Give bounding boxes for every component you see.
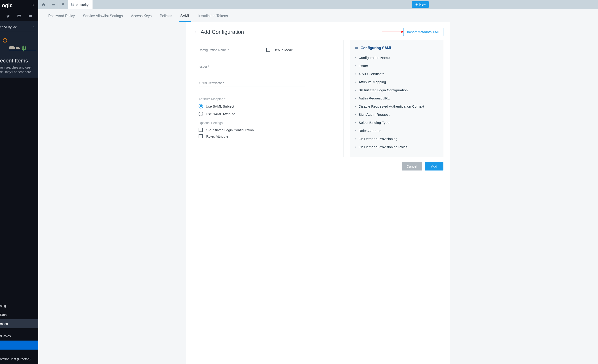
debug-mode-checkbox[interactable] [266, 48, 270, 52]
field-configuration-name: Configuration Name * [199, 48, 259, 54]
help-item[interactable]: Roles Attribute [355, 127, 439, 135]
sidebar-item-catalog[interactable]: alog [0, 301, 38, 310]
configuration-name-input[interactable] [199, 48, 259, 54]
field-x509: X.509 Certificate * [199, 81, 338, 87]
subtab-installation-tokens[interactable]: Installation Tokens [198, 13, 229, 22]
book-icon [355, 47, 358, 50]
sidebar-item-roles[interactable]: d Roles [0, 332, 38, 340]
help-item[interactable]: Authn Request URL [355, 94, 439, 102]
subtab-service-allowlist[interactable]: Service Allowlist Settings [82, 13, 124, 22]
svg-marker-2 [401, 31, 404, 33]
card-icon[interactable] [17, 14, 21, 19]
sidebar-item-personal[interactable] [0, 340, 38, 349]
subtab-access-keys[interactable]: Access Keys [130, 13, 153, 22]
help-item[interactable]: Configuration Name [355, 54, 439, 62]
chevron-right-icon [355, 105, 356, 108]
chevron-right-icon [355, 121, 356, 124]
help-item-label: Authn Request URL [358, 96, 390, 100]
sidebar-item-administration[interactable]: ration [0, 319, 38, 328]
radio-use-saml-attribute[interactable]: Use SAML Attribute [199, 112, 338, 116]
bell-icon[interactable] [58, 0, 68, 9]
home-icon[interactable] [38, 0, 48, 9]
help-panel: Configuring SAML Configuration NameIssue… [350, 40, 443, 157]
radio-label-subject: Use SAML Subject [206, 105, 234, 108]
subtab-password-policy[interactable]: Password Policy [47, 13, 75, 22]
help-item[interactable]: Attribute Mapping [355, 78, 439, 86]
recent-items-subtext: run searches and open ds, they'll appear… [0, 65, 36, 74]
help-item-label: On Demand Provisioning Roles [358, 145, 407, 149]
brand-logo-text: ogic [2, 2, 12, 8]
chevron-right-icon [355, 89, 356, 91]
folder-open-icon[interactable] [48, 0, 58, 9]
help-item-label: Sign Authn Request [358, 113, 390, 117]
help-title-text: Configuring SAML [361, 46, 392, 50]
sidebar-collapse-icon[interactable] [31, 3, 35, 8]
chevron-right-icon [355, 146, 356, 148]
check-sp-initiated[interactable]: SP Initiated Login Configuration [199, 128, 338, 132]
x509-input[interactable] [199, 81, 305, 87]
config-form: Configuration Name * Debug Mode Issuer * [193, 40, 344, 157]
import-metadata-xml-button[interactable]: Import Metadata XML [403, 28, 443, 36]
security-subtabs: Password Policy Service Allowlist Settin… [38, 9, 598, 22]
help-item[interactable]: Issuer [355, 62, 439, 70]
page-title: Add Configuration [201, 29, 244, 35]
attribute-mapping-label: Attribute Mapping * [199, 97, 338, 101]
database-icon [71, 3, 75, 6]
subtab-policies[interactable]: Policies [159, 13, 173, 22]
check-label-roles: Roles Attribute [206, 134, 228, 138]
empty-state-illustration: ψ [0, 31, 36, 53]
radio-use-saml-subject[interactable]: Use SAML Subject [199, 104, 338, 108]
subtab-saml[interactable]: SAML [179, 13, 191, 22]
folder-icon[interactable] [28, 14, 32, 19]
check-label-sp-initiated: SP Initiated Login Configuration [206, 128, 254, 132]
app-sidebar: ogic ened By Me ψ ecent Items run search… [0, 0, 38, 364]
add-button[interactable]: Add [425, 162, 443, 170]
annotation-arrow [382, 30, 404, 33]
checkbox-icon [199, 128, 203, 132]
chevron-right-icon [355, 97, 356, 99]
help-item-label: Issuer [358, 64, 368, 68]
field-issuer: Issuer * [199, 64, 338, 70]
new-button[interactable]: New [412, 1, 429, 8]
tab-security[interactable]: Security [68, 0, 92, 9]
chevron-right-icon [355, 65, 356, 67]
chevron-down-icon [33, 25, 36, 29]
opened-by-me-label: ened By Me [0, 25, 17, 29]
check-roles-attribute[interactable]: Roles Attribute [199, 134, 338, 138]
help-item[interactable]: Disable Requested Authentication Context [355, 102, 439, 111]
help-item-label: Roles Attribute [358, 129, 381, 133]
help-item-label: Select Binding Type [358, 121, 390, 125]
opened-by-me-select[interactable]: ened By Me [0, 24, 36, 31]
help-item[interactable]: Select Binding Type [355, 119, 439, 127]
help-item[interactable]: On Demand Provisioning Roles [355, 143, 439, 151]
svg-point-0 [72, 3, 74, 4]
chevron-right-icon [355, 81, 356, 83]
cancel-button[interactable]: Cancel [402, 162, 422, 170]
chevron-right-icon [355, 57, 356, 59]
help-item-label: X.509 Certificate [358, 72, 384, 76]
radio-label-attribute: Use SAML Attribute [206, 112, 235, 116]
chevron-right-icon [355, 113, 356, 116]
radio-icon [199, 112, 203, 116]
sidebar-org-footer[interactable]: ntation Test (Grootan) [0, 353, 38, 364]
help-item-label: SP Initiated Login Configuration [358, 88, 408, 92]
help-item-label: Attribute Mapping [358, 80, 386, 84]
saml-add-config-page: Add Configuration Import Metadata XML Co… [186, 22, 450, 364]
help-item-label: Disable Requested Authentication Context [358, 105, 424, 108]
help-item[interactable]: On Demand Provisioning [355, 135, 439, 143]
back-icon[interactable] [193, 30, 198, 34]
plus-icon [415, 3, 418, 6]
help-item-label: Configuration Name [358, 56, 390, 60]
star-icon[interactable] [6, 14, 10, 19]
help-item[interactable]: X.509 Certificate [355, 70, 439, 78]
issuer-input[interactable] [199, 64, 305, 70]
sidebar-item-data[interactable]: Data [0, 310, 38, 319]
chevron-right-icon [355, 138, 356, 140]
radio-icon-selected [199, 104, 203, 108]
checkbox-icon [199, 134, 203, 138]
optional-settings-label: Optional Settings [199, 121, 338, 125]
recent-items-heading: ecent Items [0, 53, 36, 65]
chevron-right-icon [355, 73, 356, 75]
help-item[interactable]: SP Initiated Login Configuration [355, 86, 439, 94]
help-item[interactable]: Sign Authn Request [355, 111, 439, 119]
